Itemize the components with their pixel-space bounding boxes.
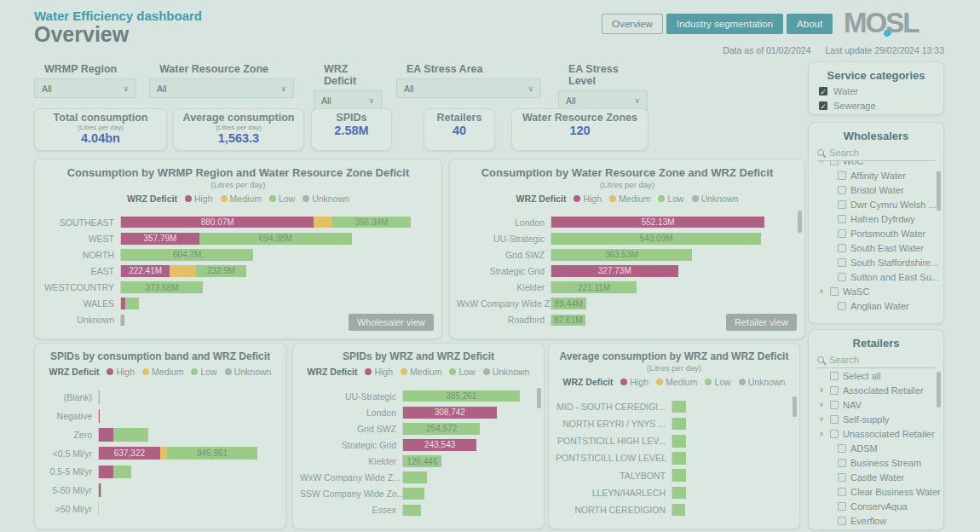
checkbox-unchecked[interactable] (838, 258, 846, 267)
checkbox-unchecked[interactable] (838, 215, 846, 223)
bar-track[interactable] (672, 504, 786, 517)
bar-segment-high[interactable] (99, 466, 113, 479)
bar-track[interactable]: 552.13M (551, 217, 791, 228)
bar-track[interactable]: 221.11M (551, 281, 791, 293)
bar-segment-low[interactable] (403, 505, 421, 517)
wholesaler-item-bristol-water[interactable]: Bristol Water (809, 182, 943, 197)
bar-segment-low[interactable]: 126,446 (403, 455, 441, 467)
bar-segment-high[interactable]: 880.07M (121, 217, 314, 228)
bar-segment-low[interactable] (113, 466, 131, 479)
checkbox-unchecked[interactable] (838, 273, 846, 281)
bar-segment-medium[interactable] (314, 217, 332, 228)
bar-segment-low[interactable]: 385,261 (403, 390, 520, 402)
bar-track[interactable]: 126,446 (402, 455, 530, 467)
bar-segment-low[interactable]: 604.7M (121, 249, 253, 261)
bar-track[interactable]: 89.44M (551, 298, 791, 309)
bar-segment-low[interactable] (672, 435, 686, 448)
checkbox-unchecked[interactable] (830, 430, 839, 438)
bar-track[interactable]: 243,543 (402, 439, 530, 451)
bar-segment-high[interactable]: 222.41M (121, 265, 170, 277)
bar-track[interactable]: 254,572 (402, 423, 530, 435)
bar-segment-low[interactable]: 221.11M (551, 281, 637, 293)
bar-track[interactable]: 637,322945,861 (98, 447, 272, 460)
filter-dropdown-ea-stress-level[interactable]: All∨ (558, 90, 648, 110)
checkbox-unchecked[interactable] (830, 386, 839, 395)
retailer-item-business-stream[interactable]: Business Stream (809, 455, 943, 470)
bar-segment-high[interactable]: 637,322 (99, 447, 160, 460)
bar-segment-low[interactable]: 543.09M (551, 233, 761, 245)
bar-track[interactable]: 327.73M (551, 265, 791, 277)
bar-segment-low[interactable] (672, 452, 686, 465)
wholesalers-scrollbar[interactable] (937, 171, 941, 211)
retailer-item-select-all[interactable]: Select all (809, 368, 943, 383)
wholesaler-item-dwr-cymru-welsh[interactable]: Dwr Cymru Welsh ... (809, 197, 943, 211)
bar-segment-low[interactable] (672, 487, 686, 500)
bar-track[interactable] (402, 488, 530, 500)
bar-segment-low[interactable]: 694.38M (199, 233, 352, 245)
chevron-down-icon[interactable]: ∨ (817, 415, 826, 423)
bar-segment-low[interactable] (113, 428, 148, 442)
checkbox-unchecked[interactable] (830, 401, 839, 409)
checkbox-unchecked[interactable] (838, 229, 846, 238)
bar-track[interactable] (672, 469, 786, 482)
checkbox-unchecked[interactable] (830, 372, 839, 380)
checkbox-unchecked[interactable] (830, 415, 839, 424)
bar-track[interactable] (98, 466, 272, 479)
bar-segment-low[interactable]: 232.9M (196, 265, 247, 277)
chevron-down-icon[interactable]: ∨ (817, 401, 826, 408)
retailer-view-button[interactable]: Retailer view (726, 314, 797, 331)
nav-overview-button[interactable]: Overview (602, 14, 663, 34)
bar-track[interactable]: 385,261 (402, 390, 530, 402)
wholesaler-item-wasc[interactable]: ∧WaSC (809, 284, 943, 298)
checkbox-unchecked[interactable] (838, 502, 846, 511)
bar-segment-low[interactable]: 87.61M (551, 315, 585, 327)
bar-track[interactable]: 543.09M (551, 233, 791, 245)
wholesaler-item-woc[interactable]: ∧WoC (809, 161, 943, 168)
filter-dropdown-ea-stress-area[interactable]: All∨ (396, 78, 541, 98)
chevron-up-icon[interactable]: ∧ (817, 287, 826, 295)
bar-segment-high[interactable]: 357.79M (121, 233, 199, 245)
bar-segment-low[interactable]: 363.53M (551, 249, 692, 261)
bar-track[interactable]: 222.41M232.9M (120, 265, 428, 277)
bar-segment-high[interactable] (99, 409, 100, 423)
wholesaler-item-south-east-water[interactable]: South East Water (809, 240, 943, 255)
bar-segment-low[interactable] (403, 488, 424, 500)
bar-segment-low[interactable] (403, 471, 427, 483)
bar-track[interactable] (402, 505, 530, 517)
bar-segment-low[interactable]: 356.34M (332, 217, 411, 228)
wholesaler-item-south-staffordshire[interactable]: South Staffordshire... (809, 255, 943, 269)
bar-track[interactable]: 604.7M (120, 249, 428, 261)
retailer-item-adsm[interactable]: ADSM (809, 441, 943, 455)
bar-segment-high[interactable]: 243,543 (403, 439, 476, 451)
service-category-water[interactable]: ✓Water (809, 86, 943, 96)
checkbox-unchecked[interactable] (838, 473, 846, 482)
bar-track[interactable]: 363.53M (551, 249, 791, 261)
bar-track[interactable] (672, 435, 786, 448)
bar-track[interactable] (402, 471, 530, 483)
chart-scrollbar[interactable] (537, 388, 541, 408)
bar-track[interactable] (98, 390, 272, 404)
bar-segment-low[interactable] (101, 483, 102, 497)
checkbox-unchecked[interactable] (838, 200, 846, 209)
wholesaler-item-sutton-and-east-su[interactable]: Sutton and East Su... (809, 269, 943, 284)
bar-segment-high[interactable]: 552.13M (551, 217, 764, 228)
retailer-item-clear-business-water[interactable]: Clear Business Water (809, 484, 943, 499)
retailers-search-input[interactable] (829, 355, 935, 365)
wholesalers-search-input[interactable] (829, 147, 935, 158)
bar-segment-low[interactable] (672, 504, 685, 517)
retailer-item-self-supply[interactable]: ∨Self-supply (809, 412, 943, 426)
wholesaler-item-hafren-dyfrdwy[interactable]: Hafren Dyfrdwy (809, 211, 943, 226)
bar-segment-low[interactable]: 945,861 (167, 447, 258, 460)
chart-scrollbar[interactable] (793, 396, 797, 417)
checkbox-checked[interactable]: ✓ (819, 101, 827, 110)
wholesaler-item-anglian-water[interactable]: Anglian Water (809, 298, 943, 313)
checkbox-unchecked[interactable] (838, 186, 846, 194)
retailer-item-associated-retailer[interactable]: ∨Associated Retailer (809, 383, 943, 397)
retailer-item-castle-water[interactable]: Castle Water (809, 470, 943, 484)
filter-dropdown-wrz-deficit[interactable]: All∨ (314, 90, 382, 110)
bar-track[interactable] (672, 452, 786, 465)
bar-track[interactable]: 357.79M694.38M (120, 233, 428, 245)
bar-track[interactable] (672, 401, 786, 413)
retailer-item-nav[interactable]: ∨NAV (809, 397, 943, 412)
bar-segment-low[interactable]: 254,572 (403, 423, 480, 435)
